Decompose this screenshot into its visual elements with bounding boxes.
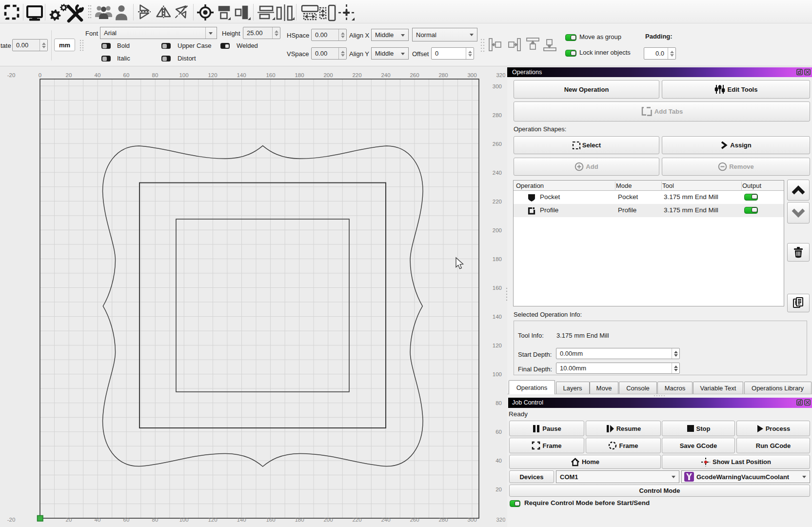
svg-text:240: 240 xyxy=(493,170,502,176)
svg-text:160: 160 xyxy=(266,517,275,523)
svg-text:60: 60 xyxy=(123,517,130,523)
svg-text:120: 120 xyxy=(208,72,217,78)
svg-text:280: 280 xyxy=(438,517,448,523)
svg-text:20: 20 xyxy=(495,486,502,492)
svg-text:200: 200 xyxy=(323,72,333,78)
svg-text:220: 220 xyxy=(352,517,361,523)
svg-text:80: 80 xyxy=(152,517,158,523)
svg-text:140: 140 xyxy=(493,314,502,320)
svg-text:20: 20 xyxy=(66,72,72,78)
svg-text:100: 100 xyxy=(179,517,188,523)
svg-text:40: 40 xyxy=(95,517,101,523)
svg-text:160: 160 xyxy=(493,285,502,291)
svg-text:120: 120 xyxy=(208,517,217,523)
svg-text:40: 40 xyxy=(95,72,101,78)
svg-text:300: 300 xyxy=(493,83,502,89)
svg-text:180: 180 xyxy=(295,72,304,78)
svg-text:220: 220 xyxy=(352,72,361,78)
svg-text:240: 240 xyxy=(381,72,390,78)
svg-text:220: 220 xyxy=(493,199,502,204)
svg-text:20: 20 xyxy=(66,517,72,523)
svg-text:100: 100 xyxy=(179,72,188,78)
svg-text:80: 80 xyxy=(495,400,502,406)
svg-text:300: 300 xyxy=(467,517,476,523)
svg-text:140: 140 xyxy=(237,72,246,78)
svg-text:200: 200 xyxy=(493,227,502,233)
svg-text:180: 180 xyxy=(493,256,502,262)
svg-text:180: 180 xyxy=(295,517,304,523)
svg-text:280: 280 xyxy=(493,112,502,118)
svg-text:160: 160 xyxy=(266,72,275,78)
svg-text:300: 300 xyxy=(467,72,476,78)
svg-text:120: 120 xyxy=(493,343,502,348)
svg-text:140: 140 xyxy=(237,517,246,523)
svg-text:200: 200 xyxy=(323,517,333,523)
svg-text:-20: -20 xyxy=(7,517,16,523)
svg-text:320: 320 xyxy=(496,517,505,523)
svg-text:0: 0 xyxy=(39,72,41,78)
svg-text:-20: -20 xyxy=(7,72,16,78)
svg-text:260: 260 xyxy=(410,72,419,78)
svg-text:60: 60 xyxy=(495,429,502,435)
svg-text:60: 60 xyxy=(123,72,130,78)
svg-text:40: 40 xyxy=(495,458,502,464)
svg-text:260: 260 xyxy=(410,517,419,523)
svg-text:80: 80 xyxy=(152,72,158,78)
svg-text:240: 240 xyxy=(381,517,390,523)
svg-text:260: 260 xyxy=(493,141,502,147)
svg-text:320: 320 xyxy=(496,72,505,78)
svg-text:280: 280 xyxy=(438,72,448,78)
svg-text:100: 100 xyxy=(493,371,502,377)
